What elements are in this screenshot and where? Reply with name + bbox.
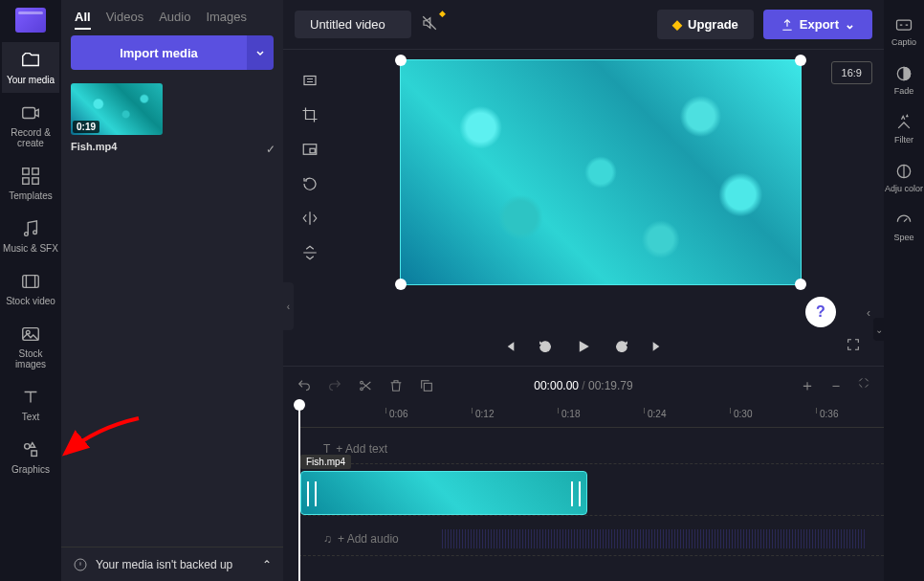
- ruler-tick: 0:06: [389, 409, 407, 419]
- rail-speed[interactable]: Spee: [893, 205, 913, 248]
- export-button[interactable]: Export ⌄: [763, 10, 872, 39]
- fullscreen-button[interactable]: [846, 337, 861, 356]
- svg-rect-7: [23, 276, 39, 288]
- backup-warning[interactable]: Your media isn't backed up ⌃: [61, 547, 283, 581]
- nav-music-sfx[interactable]: Music & SFX: [2, 211, 59, 261]
- nav-stock-video[interactable]: Stock video: [2, 263, 59, 314]
- tab-all[interactable]: All: [75, 10, 91, 30]
- tab-audio[interactable]: Audio: [159, 10, 190, 30]
- flip-h-tool[interactable]: [298, 207, 321, 230]
- import-media-dropdown[interactable]: [247, 35, 274, 70]
- help-button[interactable]: ?: [805, 297, 836, 327]
- resize-handle-bl[interactable]: [395, 279, 407, 290]
- flip-v-tool[interactable]: [298, 241, 321, 264]
- ruler-tick: 0:24: [648, 409, 666, 419]
- resize-handle-br[interactable]: [795, 279, 806, 290]
- ruler-tick: 0:30: [734, 409, 752, 419]
- svg-text:5: 5: [543, 345, 546, 349]
- rail-captions[interactable]: Captio: [891, 10, 916, 53]
- svg-rect-16: [310, 148, 315, 153]
- svg-point-6: [33, 231, 37, 235]
- rail-fade[interactable]: Fade: [894, 58, 914, 101]
- audio-track[interactable]: ♫ + Add audio: [298, 522, 884, 556]
- duplicate-button[interactable]: [419, 378, 434, 393]
- audio-mute-icon[interactable]: ◆: [421, 14, 438, 35]
- forward-5s-button[interactable]: 5: [614, 339, 629, 354]
- resize-handle-tr[interactable]: [795, 55, 806, 66]
- text-icon: T: [323, 442, 330, 456]
- svg-rect-22: [896, 20, 911, 30]
- chevron-up-icon: ⌃: [262, 558, 272, 571]
- upgrade-label: Upgrade: [688, 17, 738, 32]
- chevron-down-icon: ⌄: [845, 17, 855, 32]
- play-button[interactable]: [574, 337, 593, 356]
- rewind-5s-button[interactable]: 5: [538, 339, 553, 354]
- nav-templates[interactable]: Templates: [2, 158, 59, 209]
- backup-warning-text: Your media isn't backed up: [96, 558, 232, 571]
- timeline-timecode: 00:00.00 / 00:19.79: [534, 379, 632, 392]
- nav-graphics[interactable]: Graphics: [2, 432, 59, 482]
- tab-images[interactable]: Images: [206, 10, 247, 30]
- svg-point-19: [361, 381, 363, 384]
- nav-your-media[interactable]: Your media: [2, 42, 59, 93]
- nav-text[interactable]: Text: [2, 379, 59, 430]
- svg-point-5: [25, 233, 29, 236]
- video-preview[interactable]: [400, 59, 802, 285]
- main-area: ◆ ◆ Upgrade Export ⌄: [283, 0, 884, 581]
- top-bar: ◆ ◆ Upgrade Export ⌄: [283, 0, 884, 50]
- delete-button[interactable]: [388, 378, 404, 393]
- media-tabs: All Videos Audio Images: [61, 0, 283, 35]
- media-clip-thumbnail: 0:19: [71, 83, 163, 135]
- nav-stock-images[interactable]: Stock images: [2, 316, 59, 377]
- tab-videos[interactable]: Videos: [106, 10, 144, 30]
- right-rail: Captio Fade Filter Adju color Spee: [884, 0, 924, 581]
- crop-tool[interactable]: [298, 103, 321, 126]
- text-track[interactable]: T + Add text: [298, 434, 884, 464]
- skip-end-button[interactable]: [650, 339, 666, 354]
- aspect-ratio-selector[interactable]: 16:9: [831, 61, 872, 84]
- svg-rect-21: [424, 383, 431, 391]
- timeline-toolbar: 00:00.00 / 00:19.79 ＋ －: [283, 367, 884, 405]
- timeline-ruler[interactable]: 0:06 0:12 0:18 0:24 0:30 0:36: [298, 405, 884, 428]
- svg-rect-3: [23, 178, 29, 184]
- media-clip-used-icon: ✓: [266, 143, 275, 156]
- undo-button[interactable]: [297, 378, 312, 393]
- video-track[interactable]: Fish.mp4: [298, 470, 884, 516]
- svg-rect-4: [33, 178, 38, 184]
- timeline-clip[interactable]: [300, 471, 587, 515]
- expand-right-rail[interactable]: ⌄: [873, 318, 884, 341]
- zoom-add-button[interactable]: ＋: [800, 376, 815, 396]
- app-logo: [15, 8, 46, 33]
- media-clip[interactable]: 0:19 Fish.mp4 ✓: [71, 83, 163, 152]
- left-nav: Your media Record & create Templates Mus…: [0, 0, 61, 581]
- media-clip-duration: 0:19: [73, 121, 99, 133]
- export-label: Export: [800, 17, 839, 32]
- split-button[interactable]: [358, 378, 373, 393]
- skip-start-button[interactable]: [501, 339, 517, 354]
- zoom-minus-button[interactable]: －: [828, 376, 844, 396]
- zoom-fit-button[interactable]: [857, 376, 870, 396]
- ruler-tick: 0:12: [475, 409, 494, 419]
- project-title-input[interactable]: [295, 11, 411, 38]
- resize-handle-tl[interactable]: [395, 55, 407, 66]
- upgrade-button[interactable]: ◆ Upgrade: [657, 10, 754, 39]
- add-audio-label: ♫ + Add audio: [323, 532, 399, 546]
- svg-rect-1: [23, 168, 29, 174]
- rotate-tool[interactable]: [298, 172, 321, 195]
- fit-tool[interactable]: [298, 69, 321, 92]
- expand-right-panel[interactable]: ‹: [867, 306, 870, 320]
- media-clip-name: Fish.mp4: [71, 141, 163, 152]
- redo-button[interactable]: [327, 378, 342, 393]
- transform-tools: [293, 59, 327, 318]
- nav-record-create[interactable]: Record & create: [2, 95, 59, 156]
- rail-adjust-colors[interactable]: Adju color: [885, 156, 923, 199]
- music-note-icon: ♫: [323, 532, 332, 546]
- audio-waveform: [442, 529, 865, 548]
- svg-rect-14: [304, 77, 316, 85]
- preview-stage: 16:9 ? ‹: [283, 50, 884, 327]
- pip-tool[interactable]: [298, 138, 321, 161]
- gem-icon: ◆: [672, 17, 682, 32]
- playhead[interactable]: [298, 405, 300, 581]
- import-media-button[interactable]: Import media: [71, 35, 247, 70]
- rail-filters[interactable]: Filter: [894, 107, 913, 150]
